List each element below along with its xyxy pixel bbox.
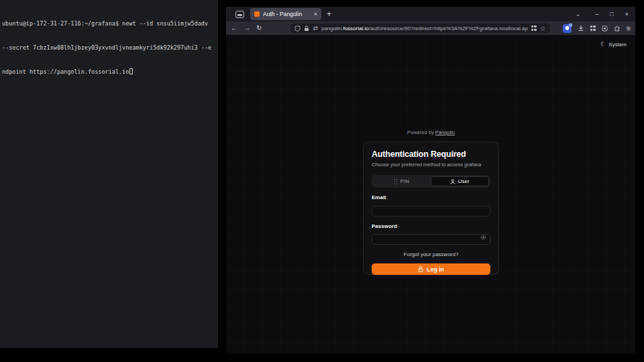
downloads-icon[interactable]: [578, 22, 584, 34]
pangolin-favicon-icon: [254, 11, 260, 17]
tab-pin[interactable]: PIN: [373, 176, 431, 186]
powered-by: Powered by Pangolin: [363, 129, 499, 135]
account-icon[interactable]: [602, 25, 608, 32]
keypad-icon: [394, 179, 398, 184]
terminal-window[interactable]: ubuntu@ip-172-31-27-116:~/grafana$ newt …: [0, 0, 218, 348]
tab-auth-pangolin[interactable]: Auth - Pangolin ×: [250, 8, 321, 20]
maximize-button[interactable]: □: [610, 11, 613, 17]
terminal-cursor: [129, 68, 133, 74]
login-button[interactable]: Log in: [372, 263, 490, 275]
page-content: ☾ System Powered by Pangolin Authenticat…: [226, 35, 635, 353]
theme-toggle[interactable]: ☾ System: [600, 41, 627, 48]
password-label: Password: [372, 223, 490, 229]
email-field[interactable]: [372, 206, 490, 217]
theme-label: System: [608, 42, 627, 48]
lock-icon[interactable]: [304, 25, 309, 32]
moon-icon: ☾: [600, 41, 606, 48]
firefox-view-icon[interactable]: [235, 11, 244, 18]
close-window-button[interactable]: ×: [625, 11, 629, 17]
show-password-eye-icon[interactable]: [480, 235, 486, 240]
back-button[interactable]: ←: [231, 25, 237, 32]
reload-button[interactable]: ↻: [256, 25, 262, 32]
auth-card: Authentication Required Choose your pref…: [363, 141, 499, 275]
user-icon: [450, 179, 455, 184]
tracking-protection-shield-icon[interactable]: [294, 25, 301, 32]
password-field[interactable]: [372, 234, 490, 245]
terminal-line: ubuntu@ip-172-31-27-116:~/grafana$ newt …: [2, 19, 216, 27]
app-menu-icon[interactable]: ≡: [627, 24, 631, 32]
auth-method-tabs: PIN User: [372, 175, 490, 188]
card-title: Authentication Required: [372, 149, 490, 159]
url-text: pangolin.fossorial.io/auth/resource/90?r…: [321, 25, 528, 32]
forward-button[interactable]: →: [244, 25, 250, 32]
url-bar[interactable]: ⇄ pangolin.fossorial.io/auth/resource/90…: [290, 23, 549, 33]
tab-title: Auth - Pangolin: [263, 11, 311, 17]
window-controls: – □ ×: [595, 11, 630, 17]
password-manager-extension-icon[interactable]: [563, 24, 572, 33]
email-label: Email: [372, 194, 490, 200]
tab-user[interactable]: User: [431, 176, 490, 186]
swap-arrows-icon[interactable]: ⇄: [313, 25, 318, 32]
browser-window: Auth - Pangolin × + ⌄ – □ × ← → ↻ ⇄ pang…: [226, 7, 635, 353]
forgot-password-link[interactable]: Forgot your password?: [372, 251, 490, 257]
tab-close-icon[interactable]: ×: [314, 11, 317, 17]
screenshot-grid-icon[interactable]: [531, 25, 537, 31]
pangolin-link[interactable]: Pangolin: [435, 129, 455, 135]
new-tab-button[interactable]: +: [327, 9, 331, 19]
lock-icon: [418, 266, 423, 272]
extensions-puzzle-icon[interactable]: [614, 22, 621, 34]
terminal-line: --secret 7cbz1xw08lh1jbzey03yxvndljvneam…: [2, 44, 216, 52]
navigation-toolbar: ← → ↻ ⇄ pangolin.fossorial.io/auth/resou…: [226, 21, 635, 35]
tab-bar: Auth - Pangolin × + ⌄ – □ ×: [226, 7, 635, 21]
toolbar-extensions: ≡: [563, 22, 631, 34]
bookmark-star-icon[interactable]: ☆: [540, 25, 546, 32]
minimize-button[interactable]: –: [595, 11, 598, 17]
list-tabs-chevron-icon[interactable]: ⌄: [576, 11, 581, 17]
terminal-line: ndpoint https://pangolin.fossorial.io: [2, 68, 216, 76]
card-subtitle: Choose your preferred method to access g…: [372, 162, 490, 168]
apps-grid-icon[interactable]: [590, 25, 596, 31]
